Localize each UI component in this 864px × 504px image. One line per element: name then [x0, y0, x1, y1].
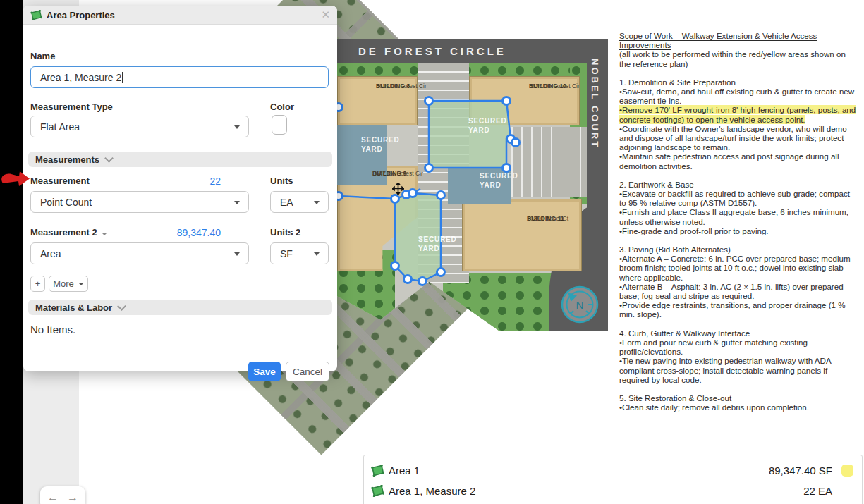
measurement-value: 22 — [129, 176, 221, 187]
street-label-nobel: NOBEL COURT — [590, 59, 600, 149]
vertex-handle[interactable] — [501, 163, 511, 173]
scope-bullet: •Alternate A – Concrete: 6 in. PCC over … — [619, 254, 858, 282]
no-items-text: No Items. — [30, 324, 75, 336]
scope-bullet: •Tie new paving into existing pedestrian… — [619, 356, 858, 384]
chevron-down-icon — [234, 201, 240, 204]
legend-highlight-marker[interactable] — [841, 465, 853, 477]
secured-yard-label: SECUREDYARD — [454, 171, 505, 180]
scope-bullet: •Form and pour new curb & gutter matchin… — [619, 338, 858, 356]
vertex-handle[interactable] — [424, 96, 434, 106]
materials-labor-section-header[interactable]: Materials & Labor — [28, 300, 332, 315]
vertex-handle[interactable] — [436, 267, 446, 277]
forward-arrow-button[interactable]: → — [67, 491, 78, 504]
chevron-down-icon — [314, 252, 320, 256]
back-arrow-button[interactable]: ← — [47, 491, 59, 504]
scope-subtitle: (all work to be performed within the red… — [619, 49, 858, 68]
dialog-header: Area Properties ✕ — [23, 6, 337, 25]
more-button[interactable]: More — [49, 276, 88, 292]
takeoff-app: DE FOREST CIRCLE NOBEL COURT BUILDING 8 … — [0, 0, 864, 504]
scope-bullet-highlighted: •Remove 170' LF wrought-iron 8' high fen… — [619, 105, 858, 123]
north-arrow-icon: N — [560, 285, 600, 324]
secured-yard-label: SECUREDYARD — [394, 235, 443, 244]
scope-heading: 4. Curb, Gutter & Walkway Interface — [619, 328, 858, 338]
scope-bullet: •Provide edge restraints, transitions, a… — [619, 300, 858, 319]
legend-row-area1[interactable]: Area 1 89,347.40 SF — [364, 460, 862, 481]
svg-text:N: N — [576, 299, 584, 311]
scope-bullet: •Fine-grade and proof-roll prior to pavi… — [619, 226, 858, 235]
left-black-strip — [0, 0, 23, 504]
add-measurement-button[interactable]: + — [30, 276, 45, 292]
legend-row-area1-measure2[interactable]: Area 1, Measure 2 22 EA — [364, 481, 862, 501]
measurement-legend: Area 1 89,347.40 SF Area 1, Measure 2 22… — [363, 455, 863, 504]
vertex-handle[interactable] — [408, 188, 418, 198]
color-swatch[interactable] — [272, 115, 287, 135]
scope-title: Scope of Work – Walkway Extension & Vehi… — [619, 31, 858, 49]
secured-yard-label: SECUREDYARD — [443, 116, 494, 125]
scope-bullet: •Maintain safe pedestrian access and pos… — [619, 152, 858, 170]
scope-bullet: •Alternate B – Asphalt: 3 in. AC (2 × 1.… — [619, 282, 858, 300]
scope-bullet: •Clean site daily; remove all debris upo… — [619, 402, 858, 412]
color-label: Color — [270, 102, 294, 112]
measurement2-dropdown[interactable]: Area — [30, 242, 249, 264]
vertex-handle[interactable] — [390, 261, 400, 271]
save-button[interactable]: Save — [248, 362, 281, 381]
area-properties-dialog: Area Properties ✕ Name Area 1, Measure 2… — [23, 6, 337, 371]
scope-of-work-panel: Scope of Work – Walkway Extension & Vehi… — [614, 0, 864, 504]
vertex-handle[interactable] — [403, 274, 413, 284]
text-cursor — [122, 72, 123, 83]
street-label-de-forest: DE FOREST CIRCLE — [358, 45, 506, 57]
area-polygon-icon — [371, 465, 384, 477]
legend-label: Area 1, Measure 2 — [389, 485, 803, 497]
chevron-down-icon — [104, 154, 114, 163]
legend-label: Area 1 — [389, 465, 769, 477]
chevron-down-icon — [78, 283, 84, 285]
secured-yard-label: SECUREDYARD — [341, 135, 382, 145]
move-cursor-icon — [392, 183, 404, 195]
measurement-dropdown[interactable]: Point Count — [30, 191, 249, 213]
annotation-arrow — [0, 169, 31, 189]
scope-bullet: •Saw-cut, demo, and haul off existing cu… — [619, 87, 858, 105]
measurement2-label: Measurement 2 — [30, 227, 107, 238]
area-polygon-icon — [30, 10, 42, 20]
legend-value: 89,347.40 SF — [769, 465, 832, 477]
units-dropdown[interactable]: EA — [270, 191, 329, 213]
scope-heading: 3. Paving (Bid Both Alternates) — [619, 245, 858, 254]
vertex-handle[interactable] — [424, 163, 434, 173]
close-icon[interactable]: ✕ — [321, 8, 330, 21]
chevron-down-icon[interactable] — [102, 233, 107, 235]
units2-label: Units 2 — [270, 227, 300, 238]
chevron-down-icon — [234, 125, 240, 129]
vertex-handle[interactable] — [501, 96, 511, 106]
dialog-title: Area Properties — [47, 10, 321, 20]
vertex-handle[interactable] — [390, 194, 400, 204]
name-label: Name — [30, 51, 55, 61]
vertex-handle[interactable] — [436, 190, 446, 200]
chevron-down-icon — [234, 252, 240, 256]
scope-bullet: •Coordinate with the Owner's landscape v… — [619, 124, 858, 152]
chevron-down-icon — [314, 201, 320, 204]
page-nav: ← → — [40, 486, 85, 504]
area-polygon-icon — [371, 485, 384, 497]
units-label: Units — [270, 176, 293, 186]
scope-bullet: •Excavate or backfill as required to ach… — [619, 189, 858, 207]
measurement-type-dropdown[interactable]: Flat Area — [30, 116, 249, 137]
measurements-section-header[interactable]: Measurements — [28, 152, 332, 167]
units2-dropdown[interactable]: SF — [270, 242, 329, 264]
scope-heading: 1. Demolition & Site Preparation — [619, 78, 858, 87]
measurement2-value: 89,347.40 — [129, 227, 221, 238]
scope-heading: 5. Site Restoration & Close-out — [619, 393, 858, 402]
vertex-handle[interactable] — [511, 137, 521, 147]
cancel-button[interactable]: Cancel — [286, 362, 329, 381]
measurement-type-label: Measurement Type — [30, 102, 113, 112]
measurement-label: Measurement — [30, 176, 90, 186]
name-input[interactable]: Area 1, Measure 2 — [30, 66, 329, 88]
street-band-top: DE FOREST CIRCLE — [337, 39, 608, 63]
scope-bullet: •Furnish and place Class II aggregate ba… — [619, 207, 858, 226]
legend-value: 22 EA — [803, 485, 832, 497]
chevron-down-icon — [117, 302, 126, 311]
scope-heading: 2. Earthwork & Base — [619, 180, 858, 189]
